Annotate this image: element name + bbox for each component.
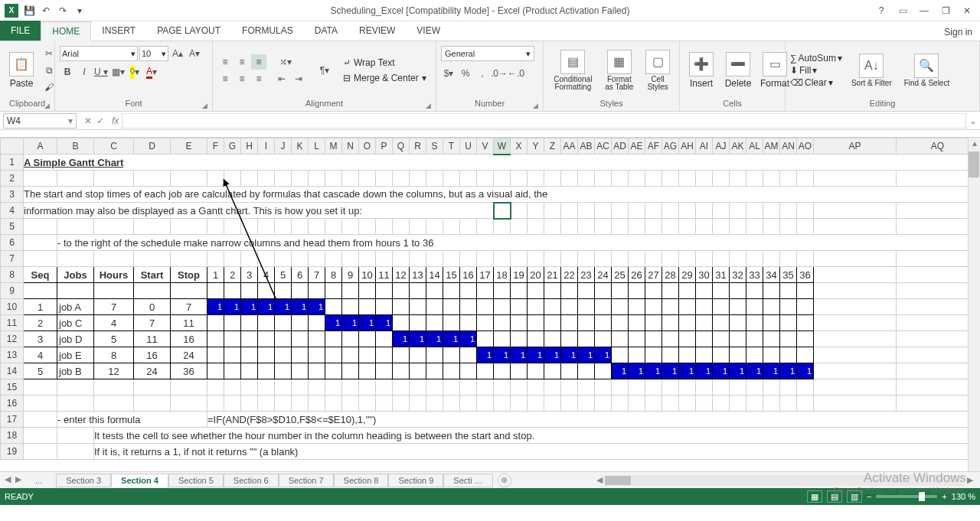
hdr-hour-21[interactable]: 21 — [544, 267, 561, 283]
row-header-12[interactable]: 12 — [1, 331, 24, 347]
hdr-hour-22[interactable]: 22 — [561, 267, 578, 283]
row-header-8[interactable]: 8 — [1, 267, 24, 283]
cut-icon[interactable]: ✂ — [41, 46, 57, 61]
format-painter-icon[interactable]: 🖌 — [41, 80, 57, 95]
hdr-hour-2[interactable]: 2 — [224, 267, 241, 283]
cell-seq-3[interactable]: 4 — [24, 347, 57, 363]
tab-page-layout[interactable]: PAGE LAYOUT — [146, 21, 231, 41]
col-header-AE[interactable]: AE — [629, 138, 645, 155]
hdr-hour-26[interactable]: 26 — [629, 267, 645, 283]
orientation-icon[interactable]: ⤭▾ — [274, 54, 297, 70]
gantt-cell[interactable]: 1 — [511, 347, 528, 363]
decrease-indent-icon[interactable]: ⇤ — [274, 71, 289, 86]
cell-seq-1[interactable]: 2 — [24, 315, 57, 331]
hdr-hour-25[interactable]: 25 — [612, 267, 629, 283]
hdr-hour-14[interactable]: 14 — [426, 267, 443, 283]
active-cell-W4[interactable] — [494, 203, 511, 219]
cell-explain-2[interactable]: If it is, it returns a 1, if not it retu… — [94, 444, 979, 460]
hdr-hour-28[interactable]: 28 — [662, 267, 679, 283]
gantt-cell[interactable]: 1 — [713, 363, 730, 379]
col-header-AM[interactable]: AM — [763, 138, 780, 155]
cell-job-1[interactable]: job C — [57, 315, 94, 331]
cell-job-3[interactable]: job E — [57, 347, 94, 363]
hdr-hour-11[interactable]: 11 — [376, 267, 393, 283]
col-header-E[interactable]: E — [171, 138, 207, 155]
gantt-cell[interactable]: 1 — [763, 363, 780, 379]
hdr-hour-33[interactable]: 33 — [746, 267, 763, 283]
expand-formula-bar-icon[interactable]: ⌄ — [966, 116, 980, 126]
sheet-tab-section-5[interactable]: Section 5 — [168, 474, 224, 487]
row-header-5[interactable]: 5 — [1, 219, 24, 235]
hdr-hour-12[interactable]: 12 — [393, 267, 410, 283]
conditional-formatting-button[interactable]: ▤Conditional Formatting — [548, 48, 598, 93]
increase-font-icon[interactable]: A▴ — [170, 46, 185, 61]
accounting-format-icon[interactable]: $▾ — [441, 66, 456, 81]
row-header-4[interactable]: 4 — [1, 203, 24, 219]
hdr-hour-3[interactable]: 3 — [241, 267, 258, 283]
redo-icon[interactable]: ↷ — [57, 5, 69, 17]
tab-formulas[interactable]: FORMULAS — [231, 21, 304, 41]
col-header-H[interactable]: H — [241, 138, 258, 155]
find-select-button[interactable]: 🔍Find & Select — [901, 52, 952, 89]
font-size-select[interactable]: 10▾ — [139, 46, 168, 61]
zoom-level[interactable]: 130 % — [952, 492, 975, 501]
minimize-icon[interactable]: — — [917, 4, 931, 18]
hdr-hour-30[interactable]: 30 — [696, 267, 713, 283]
underline-button[interactable]: U ▾ — [93, 64, 109, 80]
sheet-tab-secti-…[interactable]: Secti … — [443, 474, 493, 487]
save-icon[interactable]: 💾 — [23, 5, 35, 17]
row-header-2[interactable]: 2 — [1, 171, 24, 187]
autosum-button[interactable]: ∑ AutoSum ▾ — [790, 53, 842, 63]
cell-job-2[interactable]: job D — [57, 331, 94, 347]
hdr-jobs[interactable]: Jobs — [57, 267, 94, 283]
worksheet-area[interactable]: ABCDEFGHIJKLMNOPQRSTUVWXYZAAABACADAEAFAG… — [0, 138, 980, 471]
hdr-hour-13[interactable]: 13 — [410, 267, 426, 283]
cell-formula[interactable]: =IF(AND(F$8>$D10,F$8<=$E10),1,"") — [207, 412, 979, 428]
bold-button[interactable]: B — [60, 64, 75, 80]
row-header-14[interactable]: 14 — [1, 363, 24, 379]
col-header-AD[interactable]: AD — [612, 138, 629, 155]
new-sheet-button[interactable]: ⊕ — [498, 474, 511, 487]
col-header-AI[interactable]: AI — [696, 138, 713, 155]
font-launcher-icon[interactable]: ◢ — [202, 102, 207, 109]
row-header-19[interactable]: 19 — [1, 444, 24, 460]
gantt-cell[interactable]: 1 — [325, 315, 342, 331]
decrease-decimal-icon[interactable]: ←.0 — [508, 66, 524, 81]
cell-note-formula-label[interactable]: - enter this formula — [57, 412, 207, 428]
hdr-hour-10[interactable]: 10 — [359, 267, 376, 283]
view-normal-icon[interactable]: ▦ — [807, 490, 822, 503]
italic-button[interactable]: I — [77, 64, 92, 80]
col-header-AJ[interactable]: AJ — [713, 138, 730, 155]
gantt-cell[interactable]: 1 — [460, 331, 477, 347]
cell-explain-1[interactable]: It tests the cell to see whether the hou… — [94, 428, 979, 444]
view-page-break-icon[interactable]: ▥ — [847, 490, 862, 503]
col-header-V[interactable]: V — [477, 138, 494, 155]
cell-styles-button[interactable]: ▢Cell Styles — [641, 48, 675, 93]
gantt-cell[interactable]: 1 — [443, 331, 460, 347]
decrease-font-icon[interactable]: A▾ — [187, 46, 202, 61]
hdr-hour-18[interactable]: 18 — [494, 267, 511, 283]
hdr-hour-16[interactable]: 16 — [460, 267, 477, 283]
cell-stop-2[interactable]: 16 — [171, 331, 207, 347]
tab-review[interactable]: REVIEW — [348, 21, 406, 41]
col-header-L[interactable]: L — [309, 138, 325, 155]
align-bottom-icon[interactable]: ≡ — [251, 54, 266, 70]
gantt-cell[interactable]: 1 — [258, 299, 275, 315]
percent-format-icon[interactable]: % — [458, 66, 473, 81]
hdr-hour-29[interactable]: 29 — [679, 267, 696, 283]
gantt-cell[interactable]: 1 — [359, 315, 376, 331]
gantt-cell[interactable]: 1 — [730, 363, 746, 379]
cell-start-2[interactable]: 11 — [134, 331, 171, 347]
cell-start-3[interactable]: 16 — [134, 347, 171, 363]
delete-cells-button[interactable]: ➖Delete — [721, 50, 755, 90]
gantt-cell[interactable]: 1 — [662, 363, 679, 379]
row-header-7[interactable]: 7 — [1, 251, 24, 267]
sheet-tab-section-4[interactable]: Section 4 — [111, 474, 168, 487]
sheet-tab-section-8[interactable]: Section 8 — [334, 474, 389, 487]
row-header-3[interactable]: 3 — [1, 187, 24, 203]
sheet-tab-section-3[interactable]: Section 3 — [56, 474, 111, 487]
hdr-hour-35[interactable]: 35 — [780, 267, 797, 283]
col-header-X[interactable]: X — [511, 138, 528, 155]
col-header-AL[interactable]: AL — [746, 138, 763, 155]
gantt-cell[interactable]: 1 — [477, 347, 494, 363]
